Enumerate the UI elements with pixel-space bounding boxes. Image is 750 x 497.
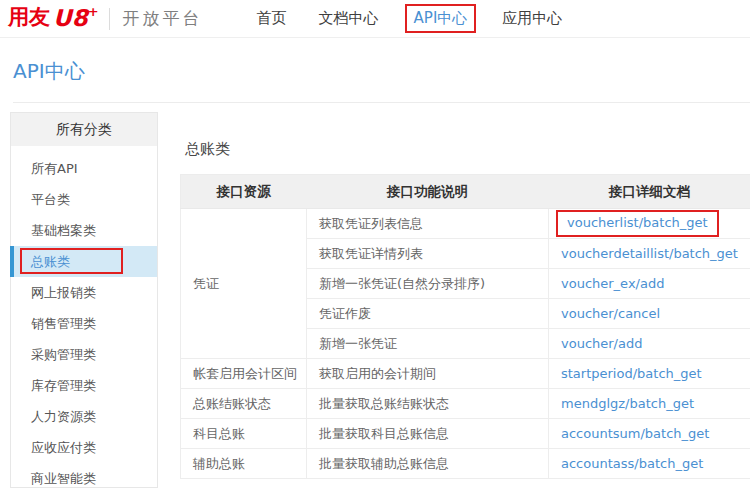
sidebar-item[interactable]: 平台类 [11,184,157,215]
logo-brand-text: 用友 [8,7,50,28]
api-doc-link[interactable]: voucherlist/batch_get [567,215,708,230]
page-title: API中心 [13,58,85,85]
sidebar-item[interactable]: 商业智能类 [11,463,157,494]
sidebar-item[interactable]: 销售管理类 [11,308,157,339]
table-row: 凭证获取凭证列表信息voucherlist/batch_get [181,209,750,239]
api-doc-cell: accountass/batch_get [549,449,750,479]
api-doc-cell: voucher_ex/add [549,269,750,299]
api-table: 接口资源接口功能说明接口详细文档 凭证获取凭证列表信息voucherlist/b… [180,174,750,479]
resource-cell: 科目总账 [181,419,307,449]
nav-item-4[interactable]: 应用中心 [500,4,564,33]
sidebar-item-label: 所有API [31,161,78,176]
category-list: 所有API平台类基础档案类总账类网上报销类销售管理类采购管理类库存管理类人力资源… [11,153,157,494]
sidebar-item[interactable]: 人力资源类 [11,401,157,432]
api-doc-link[interactable]: voucher/add [561,336,642,351]
api-doc-link[interactable]: accountsum/batch_get [561,426,709,441]
sidebar-item-label: 商业智能类 [31,471,96,486]
api-doc-link[interactable]: voucher_ex/add [561,276,664,291]
api-doc-cell: voucher/add [549,329,750,359]
resource-cell: 总账结账状态 [181,389,307,419]
api-description-cell: 批量获取科目总账信息 [307,419,549,449]
nav-item-2[interactable]: 文档中心 [317,4,381,33]
api-description-cell: 凭证作废 [307,299,549,329]
sidebar-item-label: 库存管理类 [31,378,96,393]
title-divider [13,102,750,103]
table-row: 帐套启用会计区间获取启用的会计期间startperiod/batch_get [181,359,750,389]
sidebar-item-label: 应收应付类 [31,440,96,455]
sidebar-item-label: 采购管理类 [31,347,96,362]
table-row: 总账结账状态批量获取总账结账状态mendglgz/batch_get [181,389,750,419]
resource-cell: 辅助总账 [181,449,307,479]
resource-cell: 帐套启用会计区间 [181,359,307,389]
api-description-cell: 批量获取辅助总账信息 [307,449,549,479]
api-doc-cell: mendglgz/batch_get [549,389,750,419]
sidebar-item[interactable]: 应收应付类 [11,432,157,463]
main-content: 总账类 接口资源接口功能说明接口详细文档 凭证获取凭证列表信息voucherli… [180,140,750,479]
category-sidebar: 所有分类 所有API平台类基础档案类总账类网上报销类销售管理类采购管理类库存管理… [10,112,158,488]
logo-divider [109,8,110,30]
sidebar-item[interactable]: 网上报销类 [11,277,157,308]
sidebar-header: 所有分类 [11,113,157,146]
api-table-body: 凭证获取凭证列表信息voucherlist/batch_get获取凭证详情列表v… [181,209,750,479]
sidebar-item-label: 网上报销类 [31,285,96,300]
table-row: 科目总账批量获取科目总账信息accountsum/batch_get [181,419,750,449]
sidebar-item-label: 平台类 [31,192,70,207]
api-doc-link[interactable]: voucher/cancel [561,306,660,321]
resource-cell: 凭证 [181,209,307,359]
top-navbar: 用友 U8 + 开放平台 首页文档中心API中心应用中心 [0,0,750,38]
api-doc-link[interactable]: accountass/batch_get [561,456,703,471]
api-description-cell: 获取凭证列表信息 [307,209,549,239]
sidebar-item-label: 销售管理类 [31,316,96,331]
api-description-cell: 获取凭证详情列表 [307,239,549,269]
api-doc-cell: voucher/cancel [549,299,750,329]
api-table-head: 接口资源接口功能说明接口详细文档 [181,175,750,209]
nav-item-3[interactable]: API中心 [405,4,477,33]
sidebar-item[interactable]: 总账类 [11,246,157,277]
sidebar-item[interactable]: 库存管理类 [11,370,157,401]
nav-item-1[interactable]: 首页 [255,4,289,33]
api-doc-link[interactable]: startperiod/batch_get [561,366,702,381]
api-doc-cell: startperiod/batch_get [549,359,750,389]
annotation-red-box: voucherlist/batch_get [556,210,719,237]
api-doc-link[interactable]: voucherdetaillist/batch_get [561,246,738,261]
sidebar-item[interactable]: 所有API [11,153,157,184]
sidebar-item[interactable]: 基础档案类 [11,215,157,246]
api-description-cell: 获取启用的会计期间 [307,359,549,389]
section-title: 总账类 [185,140,750,159]
column-header: 接口功能说明 [307,175,549,209]
column-header: 接口详细文档 [549,175,750,209]
sidebar-item-label: 人力资源类 [31,409,96,424]
api-doc-cell: accountsum/batch_get [549,419,750,449]
sidebar-item-label: 总账类 [31,254,70,269]
api-doc-cell: voucherlist/batch_get [549,209,750,239]
api-description-cell: 批量获取总账结账状态 [307,389,549,419]
column-header: 接口资源 [181,175,307,209]
platform-label: 开放平台 [123,7,203,30]
header-row: 接口资源接口功能说明接口详细文档 [181,175,750,209]
logo-product-text: U8 [53,7,88,30]
api-doc-cell: voucherdetaillist/batch_get [549,239,750,269]
api-description-cell: 新增一张凭证 [307,329,549,359]
main-nav: 首页文档中心API中心应用中心 [227,4,565,33]
api-description-cell: 新增一张凭证(自然分录排序) [307,269,549,299]
sidebar-item-label: 基础档案类 [31,223,96,238]
logo-plus-text: + [88,5,99,18]
yonyou-u8-logo[interactable]: 用友 U8 + [8,7,99,30]
table-row: 辅助总账批量获取辅助总账信息accountass/batch_get [181,449,750,479]
sidebar-item[interactable]: 采购管理类 [11,339,157,370]
api-doc-link[interactable]: mendglgz/batch_get [561,396,694,411]
